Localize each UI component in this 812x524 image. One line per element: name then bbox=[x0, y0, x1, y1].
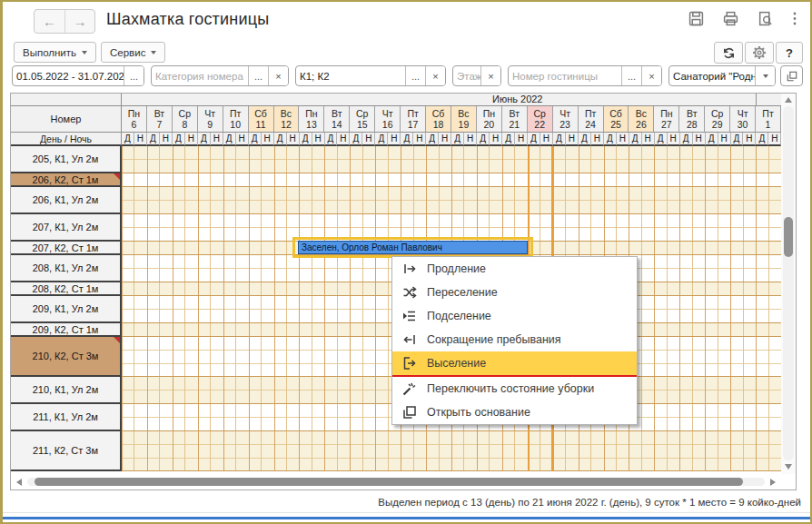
day-header-cell[interactable]: Ср15 bbox=[350, 106, 375, 133]
day-subcolumn-header[interactable]: Д bbox=[477, 133, 490, 146]
day-subcolumn-header[interactable]: Д bbox=[680, 133, 693, 146]
night-subcolumn-header[interactable]: Н bbox=[211, 133, 223, 146]
day-subcolumn-header[interactable]: Д bbox=[122, 133, 134, 146]
day-header-cell[interactable]: Сб11 bbox=[249, 106, 274, 133]
category-clear-button[interactable]: × bbox=[268, 66, 288, 85]
day-header-cell[interactable]: Вт7 bbox=[147, 106, 173, 133]
open-hotel-button[interactable] bbox=[780, 65, 803, 86]
grid-room-row[interactable] bbox=[122, 146, 781, 173]
scroll-up-icon[interactable] bbox=[785, 97, 792, 103]
refresh-button[interactable] bbox=[714, 42, 743, 64]
day-header-cell[interactable]: Вс26 bbox=[629, 106, 654, 133]
service-button[interactable]: Сервис bbox=[101, 42, 165, 63]
room-label[interactable]: 211, К2, Ст 3м bbox=[11, 431, 122, 471]
night-subcolumn-header[interactable]: Н bbox=[693, 133, 706, 146]
print-icon[interactable] bbox=[723, 11, 738, 26]
day-subcolumn-header[interactable]: Д bbox=[325, 133, 338, 146]
day-header-cell[interactable]: Пт24 bbox=[579, 106, 604, 133]
day-subcolumn-header[interactable]: Д bbox=[528, 133, 540, 146]
period-field[interactable]: 01.05.2022 - 31.07.202 ... bbox=[12, 65, 144, 86]
day-header-cell[interactable]: Пт17 bbox=[401, 106, 426, 133]
night-subcolumn-header[interactable]: Н bbox=[439, 133, 451, 146]
night-subcolumn-header[interactable]: Н bbox=[718, 133, 731, 146]
night-subcolumn-header[interactable]: Н bbox=[388, 133, 401, 146]
context-menu-item[interactable]: Сокращение пребывания bbox=[392, 328, 637, 351]
day-header-cell[interactable]: Вт14 bbox=[324, 106, 350, 133]
room-number-field[interactable]: Номер гостиницы ... × bbox=[508, 65, 662, 86]
day-subcolumn-header[interactable]: Д bbox=[274, 133, 287, 146]
day-subcolumn-header[interactable]: Д bbox=[579, 133, 591, 146]
day-subcolumn-header[interactable]: Д bbox=[502, 133, 515, 146]
day-subcolumn-header[interactable]: Д bbox=[706, 133, 718, 146]
vertical-scroll-track[interactable] bbox=[783, 106, 794, 460]
context-menu-item[interactable]: Переключить состояние уборки bbox=[392, 377, 637, 400]
scroll-left-icon[interactable] bbox=[16, 479, 22, 486]
day-header-cell[interactable]: Ср8 bbox=[173, 106, 198, 133]
room-label[interactable]: 209, К1, Ул 2м bbox=[11, 296, 122, 323]
night-subcolumn-header[interactable]: Н bbox=[743, 133, 756, 146]
hotel-field[interactable]: Санаторий "Родные п bbox=[668, 65, 776, 86]
day-header-cell[interactable]: Ср22 bbox=[528, 106, 553, 133]
horizontal-scrollbar[interactable] bbox=[13, 475, 780, 489]
day-header-cell[interactable]: Чт30 bbox=[730, 106, 756, 133]
day-header-cell[interactable]: Пт1 bbox=[756, 106, 781, 133]
floor-field[interactable]: Этаж × bbox=[452, 65, 501, 86]
day-header-cell[interactable]: Сб25 bbox=[604, 106, 629, 133]
grid-room-row[interactable] bbox=[122, 187, 781, 214]
day-subcolumn-header[interactable]: Д bbox=[553, 133, 566, 146]
night-subcolumn-header[interactable]: Н bbox=[413, 133, 426, 146]
room-label[interactable]: 206, К1, Ул 2м bbox=[11, 187, 122, 214]
floor-clear-button[interactable]: × bbox=[480, 66, 500, 85]
execute-button[interactable]: Выполнить bbox=[14, 42, 96, 63]
day-subcolumn-header[interactable]: Д bbox=[401, 133, 413, 146]
night-subcolumn-header[interactable]: Н bbox=[464, 133, 477, 146]
settings-button[interactable] bbox=[745, 42, 774, 64]
preview-icon[interactable] bbox=[758, 11, 773, 26]
day-subcolumn-header[interactable]: Д bbox=[147, 133, 160, 146]
room-label[interactable]: 211, К1, Ул 2м bbox=[11, 404, 122, 431]
scroll-down-icon[interactable] bbox=[785, 464, 792, 470]
room-tags-picker-button[interactable]: ... bbox=[405, 66, 425, 85]
day-header-cell[interactable]: Пн6 bbox=[122, 106, 147, 133]
day-subcolumn-header[interactable]: Д bbox=[249, 133, 262, 146]
context-menu-item[interactable]: Выселение bbox=[392, 351, 637, 375]
night-subcolumn-header[interactable]: Н bbox=[185, 133, 198, 146]
night-subcolumn-header[interactable]: Н bbox=[262, 133, 274, 146]
scroll-right-icon[interactable] bbox=[770, 479, 776, 486]
context-menu-item[interactable]: Переселение bbox=[392, 281, 637, 304]
night-subcolumn-header[interactable]: Н bbox=[540, 133, 553, 146]
day-header-cell[interactable]: Вс12 bbox=[274, 106, 300, 133]
room-label[interactable]: 210, К2, Ст 3м bbox=[11, 337, 122, 377]
booking-bar[interactable]: Заселен, Орлов Роман Павлович bbox=[298, 241, 528, 254]
day-subcolumn-header[interactable]: Д bbox=[375, 133, 388, 146]
room-label[interactable]: 209, К2, Ст 1м bbox=[11, 323, 122, 337]
vertical-scroll-thumb[interactable] bbox=[784, 217, 793, 257]
day-header-cell[interactable]: Ср29 bbox=[705, 106, 730, 133]
day-subcolumn-header[interactable]: Д bbox=[173, 133, 185, 146]
room-tags-field[interactable]: К1; К2 ... × bbox=[295, 65, 446, 86]
room-label[interactable]: 206, К2, Ст 1м bbox=[11, 173, 122, 187]
category-picker-button[interactable]: ... bbox=[248, 66, 268, 85]
room-label[interactable]: 210, К1, Ул 2м bbox=[11, 377, 122, 404]
day-header-cell[interactable]: Пн13 bbox=[299, 106, 324, 133]
day-header-cell[interactable]: Пн27 bbox=[654, 106, 679, 133]
day-subcolumn-header[interactable]: Д bbox=[629, 133, 642, 146]
room-label[interactable]: 205, К1, Ул 2м bbox=[11, 146, 122, 173]
more-icon[interactable] bbox=[792, 11, 797, 26]
day-subcolumn-header[interactable]: Д bbox=[731, 133, 744, 146]
day-subcolumn-header[interactable]: Д bbox=[604, 133, 617, 146]
night-subcolumn-header[interactable]: Н bbox=[337, 133, 350, 146]
hotel-dropdown-button[interactable] bbox=[755, 66, 775, 85]
night-subcolumn-header[interactable]: Н bbox=[617, 133, 629, 146]
day-subcolumn-header[interactable]: Д bbox=[223, 133, 236, 146]
back-button[interactable]: ← bbox=[35, 10, 64, 33]
day-subcolumn-header[interactable]: Д bbox=[451, 133, 464, 146]
context-menu-item[interactable]: Продление bbox=[392, 257, 637, 281]
night-subcolumn-header[interactable]: Н bbox=[236, 133, 249, 146]
day-subcolumn-header[interactable]: Д bbox=[655, 133, 668, 146]
room-number-clear-button[interactable]: × bbox=[641, 66, 661, 85]
night-subcolumn-header[interactable]: Н bbox=[768, 133, 781, 146]
day-header-cell[interactable]: Чт9 bbox=[198, 106, 223, 133]
grid-room-row[interactable] bbox=[122, 431, 781, 471]
vertical-scrollbar[interactable] bbox=[781, 94, 796, 474]
